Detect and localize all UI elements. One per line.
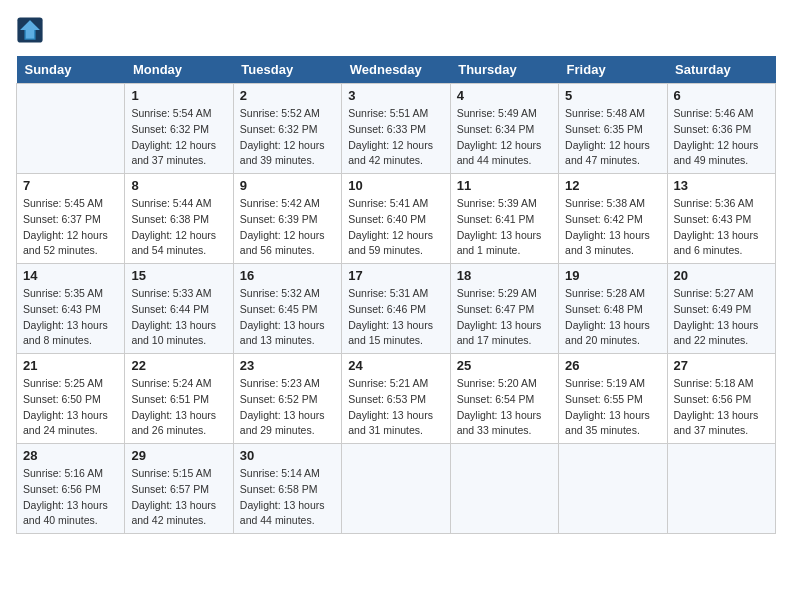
week-row-3: 14Sunrise: 5:35 AMSunset: 6:43 PMDayligh… bbox=[17, 264, 776, 354]
week-row-5: 28Sunrise: 5:16 AMSunset: 6:56 PMDayligh… bbox=[17, 444, 776, 534]
logo bbox=[16, 16, 46, 44]
day-number: 17 bbox=[348, 268, 443, 283]
day-info: Sunrise: 5:31 AMSunset: 6:46 PMDaylight:… bbox=[348, 286, 443, 349]
weekday-header-row: SundayMondayTuesdayWednesdayThursdayFrid… bbox=[17, 56, 776, 84]
day-info: Sunrise: 5:44 AMSunset: 6:38 PMDaylight:… bbox=[131, 196, 226, 259]
calendar-cell: 22Sunrise: 5:24 AMSunset: 6:51 PMDayligh… bbox=[125, 354, 233, 444]
day-info: Sunrise: 5:27 AMSunset: 6:49 PMDaylight:… bbox=[674, 286, 769, 349]
day-number: 9 bbox=[240, 178, 335, 193]
day-info: Sunrise: 5:54 AMSunset: 6:32 PMDaylight:… bbox=[131, 106, 226, 169]
day-number: 24 bbox=[348, 358, 443, 373]
calendar-cell: 5Sunrise: 5:48 AMSunset: 6:35 PMDaylight… bbox=[559, 84, 667, 174]
weekday-header-thursday: Thursday bbox=[450, 56, 558, 84]
day-info: Sunrise: 5:52 AMSunset: 6:32 PMDaylight:… bbox=[240, 106, 335, 169]
day-info: Sunrise: 5:16 AMSunset: 6:56 PMDaylight:… bbox=[23, 466, 118, 529]
day-number: 26 bbox=[565, 358, 660, 373]
calendar-cell: 11Sunrise: 5:39 AMSunset: 6:41 PMDayligh… bbox=[450, 174, 558, 264]
day-info: Sunrise: 5:35 AMSunset: 6:43 PMDaylight:… bbox=[23, 286, 118, 349]
day-number: 28 bbox=[23, 448, 118, 463]
day-number: 16 bbox=[240, 268, 335, 283]
day-number: 7 bbox=[23, 178, 118, 193]
calendar-cell: 15Sunrise: 5:33 AMSunset: 6:44 PMDayligh… bbox=[125, 264, 233, 354]
day-info: Sunrise: 5:32 AMSunset: 6:45 PMDaylight:… bbox=[240, 286, 335, 349]
page-header bbox=[16, 16, 776, 44]
day-info: Sunrise: 5:49 AMSunset: 6:34 PMDaylight:… bbox=[457, 106, 552, 169]
calendar-cell: 30Sunrise: 5:14 AMSunset: 6:58 PMDayligh… bbox=[233, 444, 341, 534]
day-info: Sunrise: 5:14 AMSunset: 6:58 PMDaylight:… bbox=[240, 466, 335, 529]
day-info: Sunrise: 5:39 AMSunset: 6:41 PMDaylight:… bbox=[457, 196, 552, 259]
day-number: 23 bbox=[240, 358, 335, 373]
calendar-cell: 14Sunrise: 5:35 AMSunset: 6:43 PMDayligh… bbox=[17, 264, 125, 354]
calendar-cell: 19Sunrise: 5:28 AMSunset: 6:48 PMDayligh… bbox=[559, 264, 667, 354]
day-info: Sunrise: 5:29 AMSunset: 6:47 PMDaylight:… bbox=[457, 286, 552, 349]
day-info: Sunrise: 5:33 AMSunset: 6:44 PMDaylight:… bbox=[131, 286, 226, 349]
day-number: 27 bbox=[674, 358, 769, 373]
calendar-cell: 25Sunrise: 5:20 AMSunset: 6:54 PMDayligh… bbox=[450, 354, 558, 444]
day-info: Sunrise: 5:48 AMSunset: 6:35 PMDaylight:… bbox=[565, 106, 660, 169]
day-number: 1 bbox=[131, 88, 226, 103]
calendar-cell bbox=[667, 444, 775, 534]
calendar-cell: 13Sunrise: 5:36 AMSunset: 6:43 PMDayligh… bbox=[667, 174, 775, 264]
week-row-2: 7Sunrise: 5:45 AMSunset: 6:37 PMDaylight… bbox=[17, 174, 776, 264]
day-number: 14 bbox=[23, 268, 118, 283]
day-number: 29 bbox=[131, 448, 226, 463]
day-number: 21 bbox=[23, 358, 118, 373]
calendar-cell: 29Sunrise: 5:15 AMSunset: 6:57 PMDayligh… bbox=[125, 444, 233, 534]
day-number: 2 bbox=[240, 88, 335, 103]
day-number: 5 bbox=[565, 88, 660, 103]
day-info: Sunrise: 5:24 AMSunset: 6:51 PMDaylight:… bbox=[131, 376, 226, 439]
week-row-4: 21Sunrise: 5:25 AMSunset: 6:50 PMDayligh… bbox=[17, 354, 776, 444]
day-number: 22 bbox=[131, 358, 226, 373]
weekday-header-wednesday: Wednesday bbox=[342, 56, 450, 84]
calendar-cell: 21Sunrise: 5:25 AMSunset: 6:50 PMDayligh… bbox=[17, 354, 125, 444]
calendar-cell: 26Sunrise: 5:19 AMSunset: 6:55 PMDayligh… bbox=[559, 354, 667, 444]
day-info: Sunrise: 5:25 AMSunset: 6:50 PMDaylight:… bbox=[23, 376, 118, 439]
calendar-cell: 24Sunrise: 5:21 AMSunset: 6:53 PMDayligh… bbox=[342, 354, 450, 444]
day-number: 30 bbox=[240, 448, 335, 463]
day-info: Sunrise: 5:23 AMSunset: 6:52 PMDaylight:… bbox=[240, 376, 335, 439]
calendar-cell bbox=[559, 444, 667, 534]
calendar-cell bbox=[17, 84, 125, 174]
day-info: Sunrise: 5:41 AMSunset: 6:40 PMDaylight:… bbox=[348, 196, 443, 259]
calendar-cell: 18Sunrise: 5:29 AMSunset: 6:47 PMDayligh… bbox=[450, 264, 558, 354]
day-info: Sunrise: 5:19 AMSunset: 6:55 PMDaylight:… bbox=[565, 376, 660, 439]
calendar-cell: 27Sunrise: 5:18 AMSunset: 6:56 PMDayligh… bbox=[667, 354, 775, 444]
weekday-header-tuesday: Tuesday bbox=[233, 56, 341, 84]
calendar-cell: 2Sunrise: 5:52 AMSunset: 6:32 PMDaylight… bbox=[233, 84, 341, 174]
weekday-header-friday: Friday bbox=[559, 56, 667, 84]
calendar-cell bbox=[450, 444, 558, 534]
day-number: 4 bbox=[457, 88, 552, 103]
day-number: 11 bbox=[457, 178, 552, 193]
calendar-cell: 12Sunrise: 5:38 AMSunset: 6:42 PMDayligh… bbox=[559, 174, 667, 264]
calendar-cell: 23Sunrise: 5:23 AMSunset: 6:52 PMDayligh… bbox=[233, 354, 341, 444]
day-number: 25 bbox=[457, 358, 552, 373]
calendar-cell: 3Sunrise: 5:51 AMSunset: 6:33 PMDaylight… bbox=[342, 84, 450, 174]
calendar-cell: 16Sunrise: 5:32 AMSunset: 6:45 PMDayligh… bbox=[233, 264, 341, 354]
day-info: Sunrise: 5:51 AMSunset: 6:33 PMDaylight:… bbox=[348, 106, 443, 169]
week-row-1: 1Sunrise: 5:54 AMSunset: 6:32 PMDaylight… bbox=[17, 84, 776, 174]
calendar-cell: 20Sunrise: 5:27 AMSunset: 6:49 PMDayligh… bbox=[667, 264, 775, 354]
weekday-header-sunday: Sunday bbox=[17, 56, 125, 84]
day-info: Sunrise: 5:38 AMSunset: 6:42 PMDaylight:… bbox=[565, 196, 660, 259]
calendar-cell: 8Sunrise: 5:44 AMSunset: 6:38 PMDaylight… bbox=[125, 174, 233, 264]
day-info: Sunrise: 5:45 AMSunset: 6:37 PMDaylight:… bbox=[23, 196, 118, 259]
calendar-cell: 6Sunrise: 5:46 AMSunset: 6:36 PMDaylight… bbox=[667, 84, 775, 174]
weekday-header-saturday: Saturday bbox=[667, 56, 775, 84]
calendar-cell: 17Sunrise: 5:31 AMSunset: 6:46 PMDayligh… bbox=[342, 264, 450, 354]
calendar-cell: 4Sunrise: 5:49 AMSunset: 6:34 PMDaylight… bbox=[450, 84, 558, 174]
day-info: Sunrise: 5:28 AMSunset: 6:48 PMDaylight:… bbox=[565, 286, 660, 349]
calendar-cell: 7Sunrise: 5:45 AMSunset: 6:37 PMDaylight… bbox=[17, 174, 125, 264]
day-info: Sunrise: 5:18 AMSunset: 6:56 PMDaylight:… bbox=[674, 376, 769, 439]
weekday-header-monday: Monday bbox=[125, 56, 233, 84]
day-info: Sunrise: 5:15 AMSunset: 6:57 PMDaylight:… bbox=[131, 466, 226, 529]
day-number: 6 bbox=[674, 88, 769, 103]
day-number: 15 bbox=[131, 268, 226, 283]
day-number: 19 bbox=[565, 268, 660, 283]
day-info: Sunrise: 5:20 AMSunset: 6:54 PMDaylight:… bbox=[457, 376, 552, 439]
day-number: 3 bbox=[348, 88, 443, 103]
day-number: 13 bbox=[674, 178, 769, 193]
day-info: Sunrise: 5:21 AMSunset: 6:53 PMDaylight:… bbox=[348, 376, 443, 439]
calendar-cell: 9Sunrise: 5:42 AMSunset: 6:39 PMDaylight… bbox=[233, 174, 341, 264]
calendar-cell bbox=[342, 444, 450, 534]
calendar-cell: 28Sunrise: 5:16 AMSunset: 6:56 PMDayligh… bbox=[17, 444, 125, 534]
